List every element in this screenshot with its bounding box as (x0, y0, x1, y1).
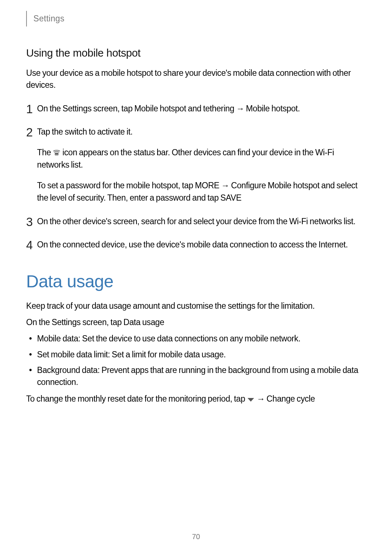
step-2-line3: To set a password for the mobile hotspot… (37, 179, 366, 204)
section-label: Settings (33, 14, 65, 23)
hotspot-steps-list: On the Settings screen, tap Mobile hotsp… (26, 102, 366, 251)
data-usage-intro1: Keep track of your data usage amount and… (26, 300, 366, 312)
step-4: On the connected device, use the device'… (26, 238, 366, 251)
svg-marker-4 (248, 398, 254, 402)
step-2-ui-save: SAVE (220, 193, 241, 202)
bullet-mobile-data-em: Mobile data (37, 334, 78, 343)
hotspot-subheading: Using the mobile hotspot (26, 47, 366, 59)
dropdown-icon (247, 394, 255, 399)
step-1-text-pre: On the Settings screen, tap (37, 104, 134, 113)
data-usage-bullet-list: Mobile data: Set the device to use data … (26, 333, 366, 388)
step-2-line3-pre: To set a password for the mobile hotspot… (37, 181, 195, 190)
closing-ui-change-cycle: Change cycle (266, 394, 315, 403)
step-3: On the other device's screen, search for… (26, 215, 366, 228)
data-usage-title: Data usage (26, 271, 366, 291)
page-number: 70 (0, 533, 392, 541)
step-1-text-post: . (298, 104, 300, 113)
bullet-set-limit-em: Set mobile data limit (37, 350, 108, 359)
step-2-line3-arrow: → (219, 181, 231, 190)
bullet-mobile-data: Mobile data: Set the device to use data … (26, 333, 366, 345)
step-2-ui-more: MORE (195, 181, 219, 190)
svg-rect-1 (55, 154, 56, 155)
step-1-ui-mobile-hotspot: Mobile hotspot (246, 104, 298, 113)
step-2-line2-pre: The (37, 148, 53, 157)
bullet-set-limit-rest: : Set a limit for mobile data usage. (108, 350, 226, 359)
running-header: Settings (26, 11, 366, 26)
data-usage-intro2-pre: On the Settings screen, tap (26, 317, 123, 327)
step-2-ui-configure: Configure Mobile hotspot (231, 181, 319, 190)
svg-rect-3 (57, 154, 58, 155)
step-1: On the Settings screen, tap Mobile hotsp… (26, 102, 366, 115)
bullet-background-data: Background data: Prevent apps that are r… (26, 364, 366, 389)
svg-rect-2 (56, 154, 57, 155)
bullet-set-limit: Set mobile data limit: Set a limit for m… (26, 349, 366, 361)
step-2-line2: The icon appears on the status bar. Othe… (37, 146, 366, 171)
closing-arrow: → (255, 394, 266, 403)
closing-pre: To change the monthly reset date for the… (26, 394, 247, 403)
step-1-arrow: → (234, 104, 246, 113)
step-2: Tap the switch to activate it. The icon … (26, 126, 366, 204)
data-usage-closing: To change the monthly reset date for the… (26, 393, 366, 405)
data-usage-ui-label: Data usage (123, 317, 164, 327)
data-usage-intro2: On the Settings screen, tap Data usage (26, 316, 366, 328)
document-page: Settings Using the mobile hotspot Use yo… (0, 0, 392, 554)
hotspot-icon (53, 147, 61, 154)
hotspot-intro: Use your device as a mobile hotspot to s… (26, 67, 366, 91)
step-2-line1: Tap the switch to activate it. (37, 126, 366, 138)
bullet-mobile-data-rest: : Set the device to use data connections… (78, 334, 300, 343)
step-1-ui-hotspot-tethering: Mobile hotspot and tethering (134, 104, 234, 113)
step-2-line2-post: icon appears on the status bar. Other de… (37, 148, 334, 170)
bullet-background-data-em: Background data (37, 365, 98, 375)
